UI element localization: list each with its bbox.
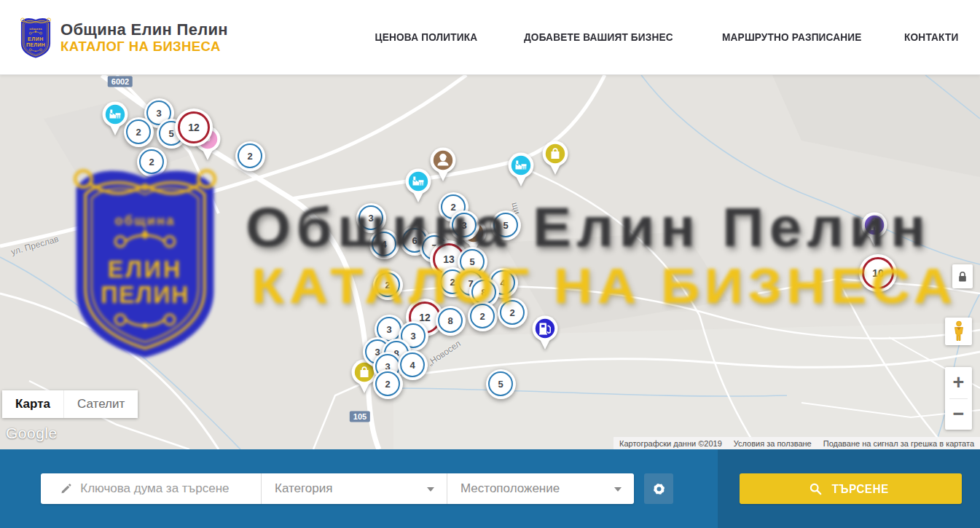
attribution-terms-link[interactable]: Условия за ползване — [734, 439, 812, 448]
cluster-marker[interactable]: 4 — [369, 229, 399, 259]
cluster-marker[interactable]: 2 — [235, 141, 265, 171]
map-canvas[interactable]: 6002105ул. Преславбул. „Новоселщи — [0, 75, 980, 449]
header: община ЕЛИН ПЕЛИН Община Елин Пелин КАТА… — [0, 0, 980, 75]
site-title: Община Елин Пелин — [60, 20, 228, 39]
zoom-in-button[interactable]: + — [945, 367, 972, 398]
chevron-down-icon — [614, 487, 622, 492]
main-nav: ЦЕНОВА ПОЛИТИКА ДОБАВЕТЕ ВАШИЯТ БИЗНЕС М… — [368, 31, 962, 44]
cluster-marker[interactable]: 8 — [436, 306, 466, 336]
map-attribution: Картографски данни ©2019 Условия за полз… — [614, 437, 980, 449]
nav-item-contacts[interactable]: КОНТАКТИ — [904, 31, 958, 44]
municipality-emblem-icon: община ЕЛИН ПЕЛИН — [18, 15, 53, 59]
category-dropdown-label: Категория — [262, 481, 332, 496]
zoom-control: + − — [945, 367, 972, 430]
bag-pin[interactable] — [541, 140, 570, 176]
search-panel: Категория Местоположение ТЪРСЕНЕ — [0, 449, 980, 528]
factory-pin[interactable] — [506, 151, 536, 188]
cluster-marker[interactable]: 2 — [498, 298, 528, 328]
google-logo[interactable]: Google — [6, 425, 58, 442]
brand-text: Община Елин Пелин КАТАЛОГ НА БИЗНЕСА — [60, 20, 228, 55]
business-markers: 3251222323564713522748221283338342510 — [0, 75, 980, 449]
cluster-marker[interactable]: 10 — [859, 254, 897, 292]
nav-item-add-business[interactable]: ДОБАВЕТЕ ВАШИЯТ БИЗНЕС — [524, 31, 673, 44]
search-submit-button[interactable]: ТЪРСЕНЕ — [740, 473, 962, 504]
emblem-name-line1: ЕЛИН — [28, 36, 44, 42]
emblem-name-line2: ПЕЛИН — [26, 42, 45, 47]
attribution-copyright: Картографски данни ©2019 — [619, 439, 722, 448]
cluster-marker[interactable]: 3 — [450, 210, 479, 240]
search-bar: Категория Местоположение — [41, 473, 634, 504]
map-type-control: Карта Сателит — [2, 390, 138, 418]
pegman-icon — [951, 320, 967, 342]
category-dropdown[interactable]: Категория — [261, 473, 447, 504]
location-dropdown-label: Местоположение — [447, 481, 560, 496]
cluster-marker[interactable]: 2 — [137, 147, 167, 177]
cluster-marker[interactable]: 2 — [373, 270, 403, 300]
nav-item-pricing[interactable]: ЦЕНОВА ПОЛИТИКА — [375, 31, 478, 44]
page: община ЕЛИН ПЕЛИН Община Елин Пелин КАТА… — [0, 0, 980, 528]
search-submit-label: ТЪРСЕНЕ — [832, 482, 889, 496]
attribution-report-error-link[interactable]: Подаване на сигнал за грешка в картата — [823, 439, 974, 448]
pencil-icon — [60, 482, 71, 496]
cluster-marker[interactable]: 3 — [356, 203, 386, 233]
keyword-search-input[interactable] — [71, 481, 261, 496]
search-icon — [810, 483, 822, 495]
location-dropdown[interactable]: Местоположение — [447, 473, 634, 504]
map-lock-button[interactable] — [952, 264, 973, 288]
lock-icon — [957, 271, 968, 283]
keyword-section — [41, 473, 261, 504]
cluster-marker[interactable]: 2 — [373, 369, 403, 399]
cluster-marker[interactable]: 5 — [486, 369, 516, 399]
cluster-marker[interactable]: 2 — [468, 302, 498, 331]
cluster-marker[interactable]: 5 — [491, 210, 521, 240]
cluster-marker[interactable]: 12 — [175, 109, 213, 146]
street-view-pegman-button[interactable] — [945, 318, 972, 345]
chevron-down-icon — [427, 487, 434, 492]
gear-icon — [651, 481, 667, 497]
site-logo[interactable]: община ЕЛИН ПЕЛИН Община Елин Пелин КАТА… — [18, 15, 228, 59]
zoom-out-button[interactable]: − — [945, 399, 972, 430]
map-type-map-button[interactable]: Карта — [2, 390, 63, 418]
advanced-settings-button[interactable] — [644, 473, 673, 504]
site-subtitle: КАТАЛОГ НА БИЗНЕСА — [60, 39, 228, 54]
church-pin[interactable] — [860, 211, 889, 248]
emblem-region-text: община — [29, 27, 42, 31]
nav-item-bus-schedule[interactable]: МАРШРУТНО РАЗПИСАНИЕ — [722, 31, 862, 44]
fuel-pin[interactable] — [530, 315, 560, 351]
worker-pin[interactable] — [428, 146, 458, 183]
cluster-marker[interactable]: 2 — [124, 117, 154, 147]
map-type-satellite-button[interactable]: Сателит — [63, 390, 138, 418]
